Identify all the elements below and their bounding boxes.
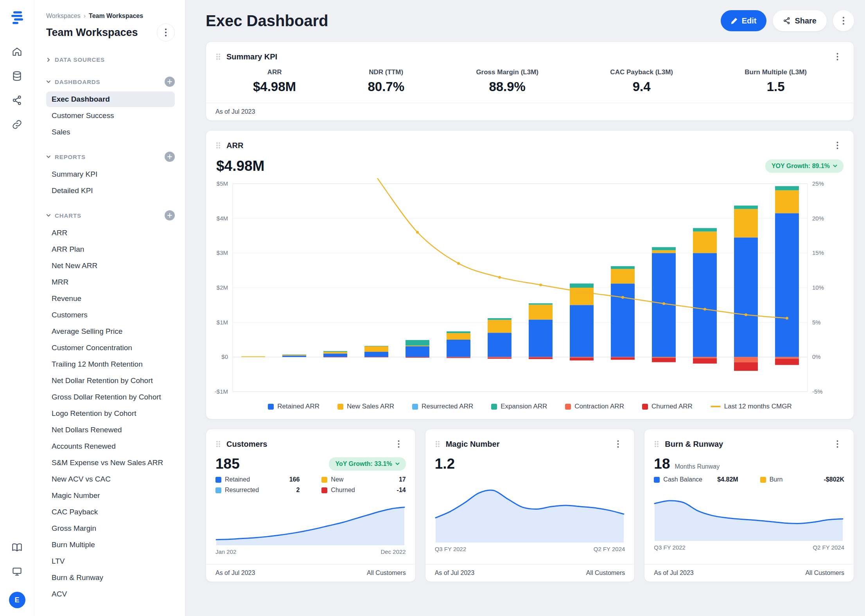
- drag-handle-icon[interactable]: [654, 440, 659, 448]
- sidebar-item-arr[interactable]: ARR: [46, 225, 175, 241]
- drag-handle-icon[interactable]: [215, 141, 221, 149]
- share-nodes-icon[interactable]: [8, 91, 27, 109]
- sidebar-item-net-new-arr[interactable]: Net New ARR: [46, 258, 175, 274]
- chevron-down-icon: [833, 165, 837, 168]
- sidebar-item-sales[interactable]: Sales: [46, 124, 175, 140]
- database-icon[interactable]: [8, 66, 27, 85]
- summary-kpi-menu-button[interactable]: [830, 50, 844, 64]
- section-dashboards[interactable]: DASHBOARDS: [46, 79, 100, 85]
- sidebar-item-new-acv-vs-cac[interactable]: New ACV vs CAC: [46, 471, 175, 487]
- sidebar-item-burn-multiple[interactable]: Burn Multiple: [46, 537, 175, 553]
- burn-runway-menu-button[interactable]: [830, 437, 844, 451]
- desktop-icon[interactable]: [8, 562, 27, 581]
- sidebar-item-average-selling-price[interactable]: Average Selling Price: [46, 324, 175, 339]
- sidebar-item-acv[interactable]: ACV: [46, 586, 175, 602]
- customers-value: 185: [215, 456, 240, 472]
- svg-text:15%: 15%: [812, 249, 824, 256]
- legend-label: New Sales ARR: [347, 403, 394, 410]
- sidebar-item-customers[interactable]: Customers: [46, 307, 175, 323]
- add-dashboard-button[interactable]: [165, 77, 175, 87]
- drag-handle-icon[interactable]: [215, 53, 221, 61]
- legend-swatch: [760, 477, 766, 483]
- sidebar-item-burn-runway[interactable]: Burn & Runway: [46, 570, 175, 586]
- breadcrumb-current[interactable]: Team Workspaces: [89, 13, 143, 20]
- sidebar-item-net-dollars-renewed[interactable]: Net Dollars Renewed: [46, 422, 175, 438]
- customers-card: Customers 185 YoY Growth: 33.1% Retained…: [206, 429, 416, 582]
- add-chart-button[interactable]: [165, 210, 175, 220]
- kpi-value: $4.98M: [253, 79, 296, 94]
- avatar[interactable]: E: [9, 592, 25, 608]
- sidebar-item-detailed-kpi[interactable]: Detailed KPI: [46, 183, 175, 199]
- sidebar-item-customer-concentration[interactable]: Customer Concentration: [46, 340, 175, 356]
- legend-swatch: [565, 404, 571, 410]
- sidebar-item-net-dollar-retention-by-cohort[interactable]: Net Dollar Retention by Cohort: [46, 373, 175, 389]
- legend-label: Churned ARR: [651, 403, 693, 410]
- kpi-value: 88.9%: [489, 79, 526, 94]
- magic-number-chart: [425, 484, 635, 543]
- sidebar-item-arr-plan[interactable]: ARR Plan: [46, 242, 175, 257]
- legend-value: 17: [399, 476, 406, 483]
- sidebar-item-trailing-12-month-retention[interactable]: Trailing 12 Month Retention: [46, 356, 175, 372]
- arr-chart-canvas[interactable]: $5M$4M$3M$2M$1M$0-$1M25%20%15%10%5%0%-5%: [207, 178, 833, 397]
- sidebar-item-gross-margin[interactable]: Gross Margin: [46, 521, 175, 536]
- header-menu-button[interactable]: [833, 10, 854, 31]
- x-axis-start-label: Q3 FY 2022: [435, 546, 467, 552]
- legend-label: Last 12 months CMGR: [724, 403, 792, 410]
- customers-growth-pill[interactable]: YoY Growth: 33.1%: [329, 457, 406, 471]
- sidebar-item-summary-kpi[interactable]: Summary KPI: [46, 167, 175, 182]
- sidebar-item-exec-dashboard[interactable]: Exec Dashboard: [46, 91, 175, 107]
- legend-value: 166: [289, 476, 300, 483]
- x-axis-end-label: Q2 FY 2024: [813, 544, 844, 551]
- sidebar-item-mrr[interactable]: MRR: [46, 274, 175, 290]
- magic-number-menu-button[interactable]: [611, 437, 625, 451]
- chevron-down-icon: [395, 462, 400, 466]
- customers-chart-canvas: [215, 501, 405, 545]
- edit-button[interactable]: Edit: [721, 10, 767, 31]
- sidebar-item-gross-dollar-retention-by-cohort[interactable]: Gross Dollar Retention by Cohort: [46, 389, 175, 405]
- legend-retained: Retained166: [215, 476, 300, 483]
- arr-menu-button[interactable]: [830, 138, 844, 152]
- section-data-sources[interactable]: DATA SOURCES: [46, 56, 105, 63]
- yoy-growth-pill[interactable]: YOY Growth: 89.1%: [765, 159, 843, 173]
- sidebar-item-logo-retention-by-cohort[interactable]: Logo Retention by Cohort: [46, 406, 175, 421]
- drag-handle-icon[interactable]: [435, 440, 440, 448]
- drag-handle-icon[interactable]: [215, 440, 221, 448]
- page-title: Exec Dashboard: [206, 12, 328, 30]
- sidebar-item-s-m-expense-vs-new-sales-arr[interactable]: S&M Expense vs New Sales ARR: [46, 455, 175, 471]
- legend-contraction-arr: Contraction ARR: [565, 403, 624, 410]
- svg-text:10%: 10%: [812, 284, 824, 291]
- home-icon[interactable]: [8, 42, 27, 61]
- svg-text:25%: 25%: [812, 180, 824, 187]
- chevron-down-icon: [46, 154, 51, 159]
- book-icon[interactable]: [8, 538, 27, 557]
- legend-label: Retained: [225, 476, 250, 483]
- workspace-menu-button[interactable]: [157, 23, 175, 41]
- burn-runway-value: 18: [654, 456, 670, 472]
- share-button[interactable]: Share: [773, 10, 827, 31]
- sidebar-item-ltv[interactable]: LTV: [46, 553, 175, 569]
- legend-burn: Burn-$802K: [760, 476, 844, 483]
- link-icon[interactable]: [8, 115, 27, 134]
- svg-text:5%: 5%: [812, 319, 821, 326]
- app-logo-icon[interactable]: [10, 9, 25, 24]
- svg-text:$5M: $5M: [217, 180, 228, 187]
- sidebar-item-magic-number[interactable]: Magic Number: [46, 488, 175, 503]
- dashboards-list: Exec DashboardCustomer SuccessSales: [46, 91, 175, 141]
- sidebar-item-accounts-renewed[interactable]: Accounts Renewed: [46, 439, 175, 454]
- sidebar-item-customer-success[interactable]: Customer Success: [46, 108, 175, 124]
- kpi-label: Burn Multiple (L3M): [745, 68, 807, 76]
- breadcrumb-workspaces[interactable]: Workspaces: [46, 13, 81, 20]
- burn-runway-card: Burn & Runway 18 Months Runway Cash Bala…: [644, 429, 854, 582]
- chevron-down-icon: [46, 79, 51, 84]
- customers-menu-button[interactable]: [392, 437, 406, 451]
- svg-text:$4M: $4M: [217, 215, 228, 222]
- burn-runway-value-suffix: Months Runway: [675, 463, 720, 470]
- app-window: E Workspaces › Team Workspaces Team Work…: [0, 0, 865, 616]
- add-report-button[interactable]: [165, 152, 175, 162]
- charts-list: ARRARR PlanNet New ARRMRRRevenueCustomer…: [46, 225, 175, 603]
- section-reports[interactable]: REPORTS: [46, 154, 86, 160]
- sidebar-item-revenue[interactable]: Revenue: [46, 291, 175, 306]
- section-charts[interactable]: CHARTS: [46, 212, 81, 219]
- kpi-burn-multiple-l3m: Burn Multiple (L3M)1.5: [745, 68, 807, 94]
- sidebar-item-cac-payback[interactable]: CAC Payback: [46, 504, 175, 520]
